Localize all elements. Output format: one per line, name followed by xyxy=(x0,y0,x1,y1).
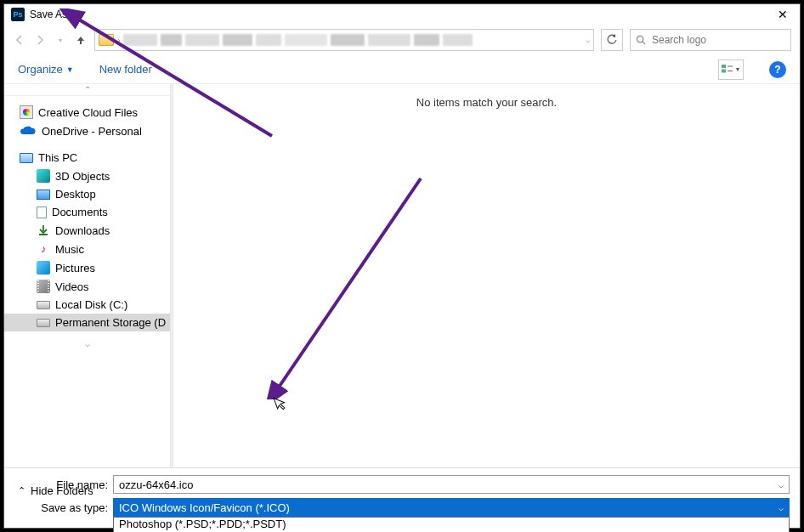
chevron-down-icon[interactable]: ⌵ xyxy=(779,480,784,490)
tree-item[interactable]: 3D Objects xyxy=(4,167,170,185)
path-segment xyxy=(161,34,182,46)
save-as-dialog: Ps Save As ✕ ▾ › ⌵ xyxy=(3,3,801,529)
svg-rect-2 xyxy=(722,65,726,68)
tree-item-label: Music xyxy=(55,243,84,256)
folder-tree: Creative Cloud FilesOneDrive - PersonalT… xyxy=(4,96,170,338)
folder-icon xyxy=(99,34,114,46)
svg-line-1 xyxy=(643,41,645,43)
nav-row: ▾ › ⌵ Search logo xyxy=(4,25,800,55)
tree-item[interactable]: Local Disk (C:) xyxy=(4,296,170,314)
tree-item[interactable]: Documents xyxy=(4,203,170,221)
bottom-panel: File name: ozzu-64x64.ico ⌵ Save as type… xyxy=(4,467,800,528)
tree-item-label: This PC xyxy=(38,151,77,164)
titlebar: Ps Save As ✕ xyxy=(4,4,800,25)
tree-item[interactable]: Desktop xyxy=(4,185,170,203)
path-segment xyxy=(185,34,219,46)
search-icon xyxy=(636,35,647,46)
chevron-down-icon[interactable]: ⌵ xyxy=(779,503,784,512)
savetype-label: Save as type: xyxy=(14,501,108,514)
recent-dropdown[interactable]: ▾ xyxy=(54,33,67,47)
back-button[interactable] xyxy=(13,33,26,47)
view-options-button[interactable]: ▼ xyxy=(718,59,744,80)
search-input[interactable]: Search logo xyxy=(630,29,791,51)
tree-item[interactable]: Creative Cloud Files xyxy=(4,103,170,122)
close-button[interactable]: ✕ xyxy=(773,6,793,23)
photoshop-icon: Ps xyxy=(11,8,25,21)
address-dropdown-icon[interactable]: ⌵ xyxy=(586,36,590,44)
svg-point-0 xyxy=(637,36,643,42)
path-segment xyxy=(368,34,410,46)
svg-rect-3 xyxy=(722,70,726,73)
savetype-dropdown-list[interactable]: Photoshop (*.PSD;*.PDD;*.PSDT)Large Docu… xyxy=(113,517,790,532)
tree-item[interactable]: OneDrive - Personal xyxy=(4,122,170,140)
main-area: ⌃ Creative Cloud FilesOneDrive - Persona… xyxy=(4,84,800,467)
path-segment xyxy=(285,34,327,46)
toolbar: Organize ▼ New folder ▼ ? xyxy=(4,55,800,84)
forward-button[interactable] xyxy=(33,33,47,47)
path-segment xyxy=(414,34,439,46)
organize-button[interactable]: Organize ▼ xyxy=(18,63,74,76)
tree-item-label: Creative Cloud Files xyxy=(38,106,138,119)
hide-folders-toggle[interactable]: ⌃ Hide Folders xyxy=(18,484,93,497)
tree-item-label: Downloads xyxy=(55,224,110,237)
tree-item[interactable]: ♪Music xyxy=(4,240,170,258)
tree-item-label: Local Disk (C:) xyxy=(55,298,127,311)
refresh-button[interactable] xyxy=(601,29,623,51)
tree-item[interactable]: This PC xyxy=(4,149,170,167)
path-segment xyxy=(223,34,252,46)
chevron-down-icon: ▼ xyxy=(66,65,74,74)
navigation-pane: ⌃ Creative Cloud FilesOneDrive - Persona… xyxy=(4,84,170,467)
chevron-up-icon: ⌃ xyxy=(18,485,25,496)
tree-item[interactable]: Videos xyxy=(4,277,170,296)
help-button[interactable]: ? xyxy=(769,61,786,78)
path-segment xyxy=(331,34,365,46)
path-segment xyxy=(256,34,281,46)
path-segment xyxy=(443,34,473,46)
empty-message: No items match your search. xyxy=(416,96,557,109)
search-placeholder: Search logo xyxy=(652,34,706,46)
tree-item[interactable]: Permanent Storage (D xyxy=(4,314,170,331)
dropdown-option[interactable]: Photoshop (*.PSD;*.PDD;*.PSDT) xyxy=(114,518,789,530)
window-title: Save As xyxy=(30,8,67,20)
tree-item[interactable]: Pictures xyxy=(4,258,170,277)
scroll-down-icon[interactable]: ⌵ xyxy=(4,338,170,349)
tree-item-label: 3D Objects xyxy=(55,170,110,183)
tree-item-label: Pictures xyxy=(55,262,95,274)
new-folder-button[interactable]: New folder xyxy=(99,63,152,76)
tree-item-label: Desktop xyxy=(55,188,96,201)
file-list-area: No items match your search. xyxy=(173,84,800,467)
tree-item-label: Videos xyxy=(55,280,89,293)
tree-item-label: Documents xyxy=(52,206,108,218)
tree-item-label: OneDrive - Personal xyxy=(42,125,142,138)
address-bar[interactable]: › ⌵ xyxy=(94,29,594,51)
scroll-up-icon[interactable]: ⌃ xyxy=(4,84,170,96)
savetype-combobox[interactable]: ICO Windows Icon/Favicon (*.ICO) ⌵ xyxy=(113,498,790,517)
filename-input[interactable]: ozzu-64x64.ico ⌵ xyxy=(113,475,790,494)
path-segment xyxy=(123,34,157,46)
tree-item-label: Permanent Storage (D xyxy=(55,316,166,329)
tree-item[interactable]: Downloads xyxy=(4,221,170,240)
chevron-icon: › xyxy=(117,36,120,45)
up-button[interactable] xyxy=(74,33,88,47)
